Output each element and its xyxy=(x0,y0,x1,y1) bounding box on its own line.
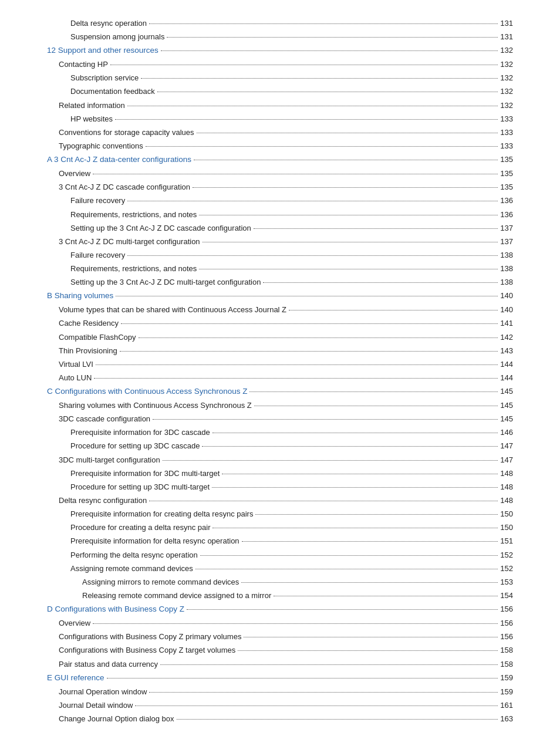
toc-entry: Overview156 xyxy=(47,617,513,629)
toc-item-label: Performing the delta resync operation xyxy=(47,549,198,561)
toc-item-label: Compatible FlashCopy xyxy=(47,332,136,343)
toc-item-label: Setting up the 3 Cnt Ac-J Z DC multi-tar… xyxy=(47,276,261,288)
toc-page-number: 159 xyxy=(500,686,513,698)
toc-entry: Setting up the 3 Cnt Ac-J Z DC cascade c… xyxy=(47,222,513,234)
toc-dots xyxy=(212,487,498,488)
toc-dots xyxy=(135,706,498,706)
toc-entry: Cache Residency141 xyxy=(47,318,513,329)
toc-entry: Journal Operation window 159 xyxy=(47,686,513,698)
toc-entry: Sharing volumes with Continuous Access S… xyxy=(47,400,513,411)
toc-entry: Configurations with Business Copy Z prim… xyxy=(47,631,513,643)
toc-dots xyxy=(127,106,498,106)
toc-page-number: 143 xyxy=(500,345,513,357)
toc-page-number: 156 xyxy=(500,617,513,629)
toc-entry: Change Journal Option dialog box 163 xyxy=(47,713,513,725)
toc-page-number: 144 xyxy=(500,372,513,384)
toc-entry: Delta resync configuration 148 xyxy=(47,495,513,507)
toc-dots xyxy=(263,282,498,283)
toc-item-label: Prerequisite information for delta resyn… xyxy=(47,535,239,547)
toc-page-number: 156 xyxy=(500,631,513,643)
toc-dots xyxy=(115,119,498,120)
toc-page-number: 150 xyxy=(500,522,513,534)
toc-entry: Assigning remote command devices 152 xyxy=(47,563,513,575)
toc-entry: Thin Provisioning 143 xyxy=(47,345,513,357)
toc-entry: Pair status and data currency158 xyxy=(47,659,513,670)
toc-entry: Contacting HP132 xyxy=(47,59,513,70)
toc-page-number: 158 xyxy=(500,644,513,656)
toc-entry: 3 Cnt Ac-J Z DC cascade configuration135 xyxy=(47,181,513,193)
toc-page-number: 136 xyxy=(500,209,513,221)
toc-section-heading: C Configurations with Continuous Access … xyxy=(47,386,247,398)
toc-page-number: 132 xyxy=(500,100,513,112)
toc-dots xyxy=(255,514,498,515)
toc-entry: Virtual LVI 144 xyxy=(47,359,513,370)
toc-item-label: Failure recovery xyxy=(47,195,125,207)
toc-page-number: 147 xyxy=(500,454,513,466)
toc-dots xyxy=(160,664,498,665)
toc-page-number: 158 xyxy=(500,659,513,670)
toc-entry: Prerequisite information for creating de… xyxy=(47,508,513,520)
toc-page-number: 159 xyxy=(500,672,513,684)
toc-page-number: 133 xyxy=(500,127,513,139)
toc-item-label: Procedure for creating a delta resync pa… xyxy=(47,522,210,534)
toc-item-label: Procedure for setting up 3DC multi-targe… xyxy=(47,481,210,493)
toc-page-number: 156 xyxy=(500,603,513,615)
toc-page-number: 132 xyxy=(500,59,513,70)
toc-dots xyxy=(199,215,498,215)
toc-dots xyxy=(167,37,498,38)
toc-item-label: Typographic conventions xyxy=(47,140,143,152)
toc-page-number: 141 xyxy=(500,318,513,329)
toc-item-label: Delta resync operation xyxy=(47,18,147,29)
toc-item-label: 3DC cascade configuration xyxy=(47,413,150,425)
toc-page-number: 135 xyxy=(500,181,513,193)
toc-page-number: 133 xyxy=(500,140,513,152)
toc-entry: Overview135 xyxy=(47,168,513,180)
toc-section-heading: D Configurations with Business Copy Z xyxy=(47,603,184,616)
toc-entry: HP websites133 xyxy=(47,113,513,125)
toc-dots xyxy=(96,364,498,365)
toc-entry: Related information132 xyxy=(47,100,513,112)
toc-dots xyxy=(93,174,498,174)
toc-item-label: Procedure for setting up 3DC cascade xyxy=(47,440,200,452)
toc-dots xyxy=(120,351,498,352)
toc-item-label: Thin Provisioning xyxy=(47,345,117,357)
toc-entry: Volume types that can be shared with Con… xyxy=(47,304,513,316)
toc-page-number: 153 xyxy=(500,576,513,588)
toc-dots xyxy=(202,446,498,447)
toc-page-number: 135 xyxy=(500,154,513,166)
toc-entry: Releasing remote command device assigned… xyxy=(47,590,513,602)
toc-item-label: Journal Detail window xyxy=(47,700,133,711)
toc-dots xyxy=(177,719,498,720)
toc-page-number: 137 xyxy=(500,222,513,234)
toc-dots xyxy=(110,65,498,65)
toc-page-number: 135 xyxy=(500,168,513,180)
toc-entry: Procedure for creating a delta resync pa… xyxy=(47,522,513,534)
toc-item-label: Documentation feedback xyxy=(47,86,155,97)
toc-item-label: Sharing volumes with Continuous Access S… xyxy=(47,400,252,411)
toc-dots xyxy=(197,133,498,133)
toc-entry: Procedure for setting up 3DC multi-targe… xyxy=(47,481,513,493)
toc-page-number: 137 xyxy=(500,236,513,248)
toc-entry: Requirements, restrictions, and notes 13… xyxy=(47,263,513,275)
toc-page-number: 131 xyxy=(500,31,513,43)
toc-entry: Auto LUN 144 xyxy=(47,372,513,384)
toc-page-number: 145 xyxy=(500,413,513,425)
toc-entry: Procedure for setting up 3DC cascade 147 xyxy=(47,440,513,452)
toc-item-label: Related information xyxy=(47,100,125,112)
toc-dots xyxy=(254,228,498,229)
toc-dots xyxy=(203,242,498,242)
toc-dots xyxy=(212,528,498,528)
toc-item-label: Failure recovery xyxy=(47,249,125,261)
toc-page-number: 147 xyxy=(500,440,513,452)
toc-dots xyxy=(161,50,498,51)
toc-page-number: 131 xyxy=(500,18,513,29)
toc-entry: Requirements, restrictions, and notes136 xyxy=(47,209,513,221)
toc-page-number: 154 xyxy=(500,590,513,602)
toc-page-number: 138 xyxy=(500,276,513,288)
toc-page-number: 144 xyxy=(500,359,513,370)
toc-page-number: 140 xyxy=(500,290,513,302)
toc-page-number: 146 xyxy=(500,427,513,438)
toc-entry: Performing the delta resync operation 15… xyxy=(47,549,513,561)
toc-dots xyxy=(199,269,498,269)
toc-dots xyxy=(289,310,498,310)
